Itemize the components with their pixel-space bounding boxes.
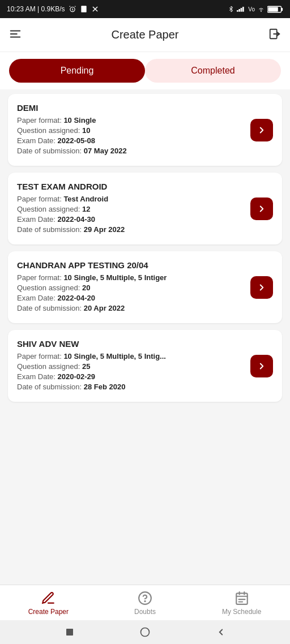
page-title: Create Paper xyxy=(112,28,179,41)
card-question-assigned: Question assigned: 10 xyxy=(17,126,244,135)
vo-label: Vo xyxy=(248,6,255,12)
card-question-assigned: Question assigned: 25 xyxy=(17,362,244,371)
nav-my-schedule[interactable]: My Schedule xyxy=(193,591,290,616)
nav-my-schedule-label: My Schedule xyxy=(222,608,261,616)
card-arrow-button[interactable] xyxy=(250,119,273,141)
svg-rect-7 xyxy=(242,7,244,12)
android-home-btn[interactable] xyxy=(63,626,76,638)
card-question-assigned: Question assigned: 20 xyxy=(17,284,244,292)
completed-tab[interactable]: Completed xyxy=(145,59,281,83)
card-submission-date: Date of submission: 28 Feb 2020 xyxy=(17,383,244,391)
svg-rect-5 xyxy=(239,9,241,12)
card-arrow-button[interactable] xyxy=(250,276,273,299)
card-body: TEST EXAM ANDROID Paper format: Test And… xyxy=(17,182,250,235)
svg-rect-25 xyxy=(66,629,73,636)
nav-doubts[interactable]: Doubts xyxy=(97,591,194,616)
bluetooth-icon xyxy=(228,5,234,13)
status-bar: 10:23 AM | 0.9KB/s Vo xyxy=(0,0,290,18)
svg-rect-11 xyxy=(268,7,278,11)
card-exam-date: Exam Date: 2022-04-30 xyxy=(17,215,244,224)
battery-icon xyxy=(267,6,283,13)
card-body: SHIV ADV NEW Paper format: 10 Single, 5 … xyxy=(17,339,250,393)
card-arrow-button[interactable] xyxy=(250,198,273,220)
card-title: DEMI xyxy=(17,103,244,113)
close-badge-icon xyxy=(91,5,99,13)
alarm-icon xyxy=(69,5,76,13)
status-left: 10:23 AM | 0.9KB/s xyxy=(7,5,99,13)
cards-list: DEMI Paper format: 10 Single Question as… xyxy=(0,89,290,406)
pending-tab[interactable]: Pending xyxy=(9,59,145,83)
android-back-btn[interactable] xyxy=(215,626,227,638)
svg-point-26 xyxy=(141,628,150,637)
card-title: CHANDRAN APP TESTING 20/04 xyxy=(17,260,244,270)
card-item: TEST EXAM ANDROID Paper format: Test And… xyxy=(8,173,282,244)
svg-rect-1 xyxy=(81,6,86,12)
card-exam-date: Exam Date: 2022-05-08 xyxy=(17,136,244,145)
svg-rect-6 xyxy=(241,8,242,12)
logout-button[interactable] xyxy=(268,28,281,42)
card-paper-format: Paper format: 10 Single xyxy=(17,116,244,124)
svg-rect-10 xyxy=(282,7,283,10)
wifi-icon xyxy=(257,6,265,12)
hamburger-button[interactable] xyxy=(9,28,22,42)
card-paper-format: Paper format: 10 Single, 5 Multiple, 5 I… xyxy=(17,352,244,360)
card-submission-date: Date of submission: 20 Apr 2022 xyxy=(17,304,244,312)
card-arrow-button[interactable] xyxy=(250,355,273,377)
status-time: 10:23 AM | 0.9KB/s xyxy=(7,5,65,13)
nav-create-paper-label: Create Paper xyxy=(28,608,69,616)
svg-point-8 xyxy=(261,11,262,12)
card-exam-date: Exam Date: 2022-04-20 xyxy=(17,294,244,302)
card-body: DEMI Paper format: 10 Single Question as… xyxy=(17,103,250,157)
android-home-circle[interactable] xyxy=(139,626,151,638)
app-header: Create Paper xyxy=(0,18,290,52)
card-exam-date: Exam Date: 2020-02-29 xyxy=(17,372,244,381)
sim-icon xyxy=(80,5,88,13)
tab-bar: Pending Completed xyxy=(0,52,290,89)
bottom-nav: Create Paper Doubts My Schedule xyxy=(0,585,290,620)
svg-rect-4 xyxy=(237,10,238,12)
card-paper-format: Paper format: Test Android xyxy=(17,195,244,203)
card-item: SHIV ADV NEW Paper format: 10 Single, 5 … xyxy=(8,330,282,402)
nav-create-paper[interactable]: Create Paper xyxy=(0,591,97,616)
card-title: SHIV ADV NEW xyxy=(17,339,244,349)
card-title: TEST EXAM ANDROID xyxy=(17,182,244,191)
card-submission-date: Date of submission: 29 Apr 2022 xyxy=(17,225,244,234)
card-item: DEMI Paper format: 10 Single Question as… xyxy=(8,94,282,166)
android-nav-bar xyxy=(0,620,290,644)
card-question-assigned: Question assigned: 12 xyxy=(17,205,244,213)
status-right: Vo xyxy=(228,5,283,13)
card-paper-format: Paper format: 10 Single, 5 Multiple, 5 I… xyxy=(17,273,244,282)
card-item: CHANDRAN APP TESTING 20/04 Paper format:… xyxy=(8,251,282,323)
card-submission-date: Date of submission: 07 May 2022 xyxy=(17,147,244,155)
nav-doubts-label: Doubts xyxy=(134,608,156,616)
signal-icon xyxy=(237,6,246,12)
card-body: CHANDRAN APP TESTING 20/04 Paper format:… xyxy=(17,260,250,314)
